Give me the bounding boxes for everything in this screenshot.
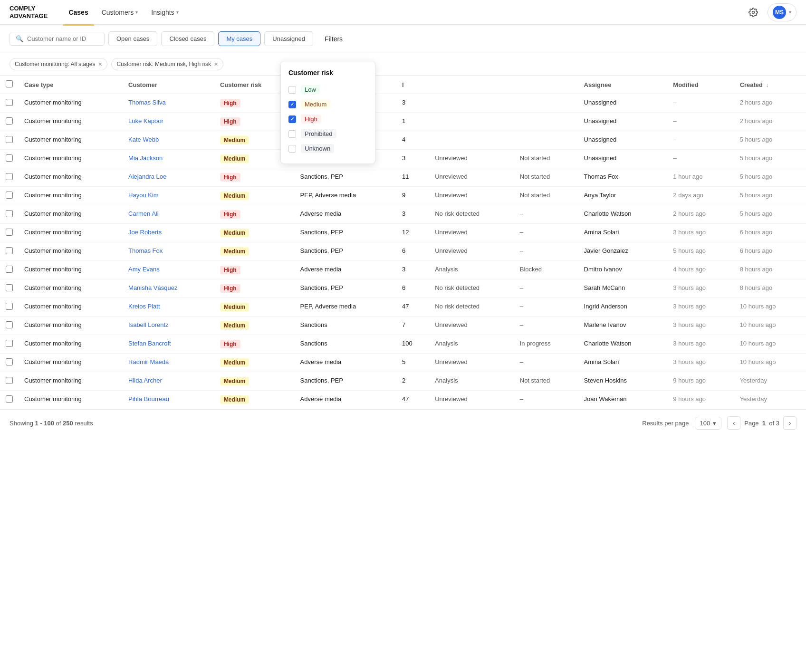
open-cases-tab[interactable]: Open cases (108, 31, 157, 46)
row-items: 12 (396, 224, 429, 242)
col-header-created[interactable]: Created ↓ (734, 76, 806, 94)
filter-chip-close-1[interactable]: ✕ (214, 61, 218, 67)
row-check[interactable] (0, 168, 19, 187)
row-check[interactable] (0, 279, 19, 298)
select-all-checkbox[interactable] (6, 80, 13, 87)
row-checkbox-7[interactable] (6, 229, 13, 236)
row-customer[interactable]: Joe Roberts (123, 224, 214, 242)
row-checkbox-16[interactable] (6, 395, 13, 403)
nav-item-cases[interactable]: Cases (63, 6, 94, 19)
row-workflow: Not started (514, 168, 578, 187)
risk-option-prohibited[interactable]: Prohibited (288, 126, 367, 141)
risk-option-unknown[interactable]: Unknown (288, 141, 367, 156)
checkbox-medium[interactable] (288, 101, 296, 108)
row-check[interactable] (0, 187, 19, 205)
unassigned-tab[interactable]: Unassigned (264, 31, 313, 46)
nav-item-customers[interactable]: Customers ▾ (96, 6, 144, 19)
row-status: Unreviewed (429, 317, 514, 335)
row-assignee: Unassigned (578, 131, 668, 150)
row-check[interactable] (0, 150, 19, 168)
next-page-button[interactable]: › (783, 416, 796, 430)
row-checkbox-8[interactable] (6, 247, 13, 254)
row-checkbox-9[interactable] (6, 266, 13, 273)
row-check[interactable] (0, 224, 19, 242)
row-checkbox-0[interactable] (6, 99, 13, 106)
row-workflow (514, 113, 578, 131)
row-customer[interactable]: Radmir Maeda (123, 354, 214, 372)
row-checkbox-5[interactable] (6, 192, 13, 199)
risk-option-high[interactable]: High (288, 112, 367, 126)
row-customer[interactable]: Manisha Vásquez (123, 279, 214, 298)
closed-cases-tab[interactable]: Closed cases (161, 31, 214, 46)
page-info: Page 1 of 3 (744, 420, 779, 427)
row-checkbox-1[interactable] (6, 117, 13, 125)
row-assignee: Marlene Ivanov (578, 317, 668, 335)
row-checkbox-13[interactable] (6, 340, 13, 347)
nav-item-insights[interactable]: Insights ▾ (145, 6, 184, 19)
row-assignee: Ingrid Anderson (578, 298, 668, 317)
row-check[interactable] (0, 298, 19, 317)
row-customer[interactable]: Kate Webb (123, 131, 214, 150)
row-checkbox-2[interactable] (6, 136, 13, 143)
row-check[interactable] (0, 205, 19, 224)
filter-chip-close-0[interactable]: ✕ (98, 61, 102, 67)
row-checkbox-4[interactable] (6, 173, 13, 180)
row-modified: 3 hours ago (667, 335, 734, 354)
my-cases-tab[interactable]: My cases (218, 31, 260, 46)
row-check[interactable] (0, 131, 19, 150)
row-checkbox-10[interactable] (6, 284, 13, 291)
row-customer[interactable]: Kreios Platt (123, 298, 214, 317)
row-checkbox-6[interactable] (6, 210, 13, 217)
row-check[interactable] (0, 354, 19, 372)
search-input[interactable] (27, 35, 98, 42)
search-box[interactable]: 🔍 (10, 32, 105, 46)
row-check[interactable] (0, 261, 19, 279)
row-customer[interactable]: Alejandra Loe (123, 168, 214, 187)
row-customer[interactable]: Hilda Archer (123, 372, 214, 391)
svg-point-0 (752, 11, 755, 13)
avatar: MS (773, 6, 786, 19)
row-check[interactable] (0, 335, 19, 354)
checkbox-prohibited[interactable] (288, 130, 296, 138)
row-created: 10 hours ago (734, 298, 806, 317)
table-row: Customer monitoring Isabell Lorentz Medi… (0, 317, 806, 335)
row-check[interactable] (0, 372, 19, 391)
row-customer[interactable]: Amy Evans (123, 261, 214, 279)
row-risk: High (214, 335, 295, 354)
row-items: 6 (396, 242, 429, 261)
prev-page-button[interactable]: ‹ (727, 416, 740, 430)
row-check[interactable] (0, 94, 19, 113)
col-header-case-type: Case type (19, 76, 123, 94)
risk-option-low[interactable]: Low (288, 82, 367, 97)
row-checkbox-15[interactable] (6, 377, 13, 384)
row-checkbox-11[interactable] (6, 303, 13, 310)
row-customer[interactable]: Hayou Kim (123, 187, 214, 205)
row-customer[interactable]: Isabell Lorentz (123, 317, 214, 335)
row-check[interactable] (0, 317, 19, 335)
avatar-button[interactable]: MS ▾ (768, 3, 796, 21)
row-checkbox-12[interactable] (6, 321, 13, 328)
filter-chip-label-0: Customer monitoring: All stages (15, 61, 95, 67)
row-assignee: Dmitro Ivanov (578, 261, 668, 279)
row-customer[interactable]: Thomas Silva (123, 94, 214, 113)
row-check[interactable] (0, 391, 19, 409)
filters-button[interactable]: Filters (317, 32, 350, 46)
row-customer[interactable]: Stefan Bancroft (123, 335, 214, 354)
table-row: Customer monitoring Pihla Bourreau Mediu… (0, 391, 806, 409)
row-checkbox-3[interactable] (6, 154, 13, 162)
per-page-select[interactable]: 100 ▾ (695, 417, 722, 430)
table-row: Customer monitoring Manisha Vásquez High… (0, 279, 806, 298)
risk-option-medium[interactable]: Medium (288, 97, 367, 112)
row-customer[interactable]: Luke Kapoor (123, 113, 214, 131)
row-customer[interactable]: Mia Jackson (123, 150, 214, 168)
row-customer[interactable]: Carmen Ali (123, 205, 214, 224)
row-check[interactable] (0, 113, 19, 131)
row-customer[interactable]: Thomas Fox (123, 242, 214, 261)
checkbox-high[interactable] (288, 115, 296, 123)
row-check[interactable] (0, 242, 19, 261)
checkbox-low[interactable] (288, 86, 296, 94)
settings-button[interactable] (745, 4, 762, 21)
row-customer[interactable]: Pihla Bourreau (123, 391, 214, 409)
row-checkbox-14[interactable] (6, 358, 13, 365)
checkbox-unknown[interactable] (288, 145, 296, 153)
